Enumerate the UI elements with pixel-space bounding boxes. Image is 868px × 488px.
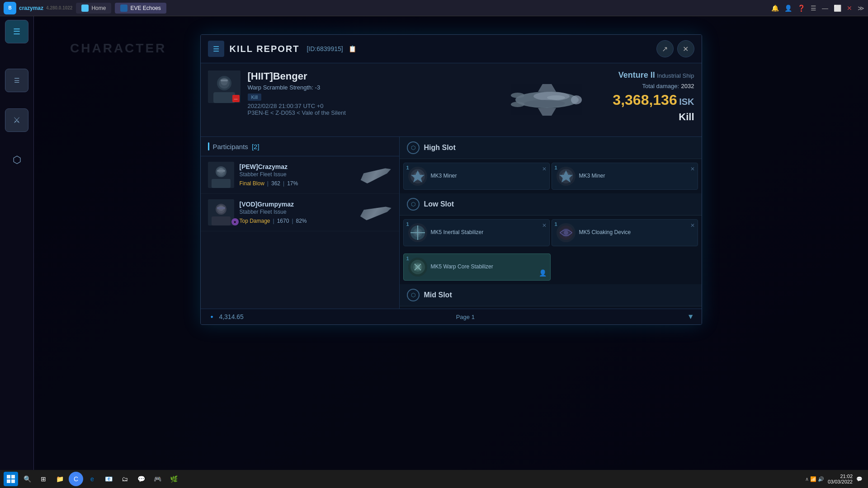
pagination: Page 1: [456, 314, 475, 320]
svg-point-11: [511, 102, 524, 107]
share-button[interactable]: ↗: [656, 40, 674, 57]
ship-svg: [502, 73, 592, 127]
high-slot-1-close[interactable]: ✕: [542, 166, 547, 172]
kill-type-badge: Kill: [248, 94, 262, 101]
low-slot-1-close[interactable]: ✕: [542, 222, 547, 229]
svg-point-9: [571, 95, 582, 104]
low-slot-item-2: 1 MK5 Cloaking Device: [552, 219, 698, 246]
explorer-button[interactable]: 📁: [52, 472, 67, 486]
value-icon: 🔹: [208, 313, 216, 320]
taskbar-time: 21:02 03/03/2022: [828, 474, 853, 484]
warp-core-qty: 1: [406, 256, 409, 261]
modal-overlay: ☰ KILL REPORT [ID:6839915] 📋 ↗ ✕: [34, 16, 868, 488]
chrome-button[interactable]: C: [69, 472, 83, 486]
participant-item: [PEW]Crazymaz Stabber Fleet Issue Final …: [201, 156, 399, 194]
modal-actions: ↗ ✕: [656, 40, 694, 57]
svg-rect-52: [7, 475, 10, 479]
svg-point-14: [547, 95, 565, 100]
faction-button[interactable]: ⬡: [5, 148, 28, 172]
app2-button[interactable]: 🎮: [150, 472, 165, 486]
taskview-button[interactable]: ⊞: [36, 472, 51, 486]
bluestacks-logo: B crazymaz 4.280.0.1022: [4, 2, 72, 14]
stat-separator-3: |: [273, 218, 274, 224]
files-button[interactable]: 🗂: [118, 472, 132, 486]
eve-tab-label[interactable]: EVE Echoes: [130, 5, 160, 11]
kill-report-modal: ☰ KILL REPORT [ID:6839915] 📋 ↗ ✕: [200, 34, 702, 325]
minimize-icon[interactable]: —: [822, 5, 828, 12]
participant-2-svg: [208, 199, 234, 225]
home-tab-label[interactable]: Home: [91, 5, 106, 11]
warp-core-svg: [408, 258, 427, 277]
cloaking-icon: [557, 223, 576, 242]
svg-point-44: [564, 230, 568, 235]
miner-icon-1: [408, 167, 427, 186]
taskbar-left: 🔍 ⊞ 📁 C e 📧 🗂 💬 🎮 🌿: [0, 472, 181, 486]
expand-icon[interactable]: ≫: [858, 5, 864, 12]
participants-count: [2]: [252, 143, 259, 150]
participant-2-percent: 82%: [296, 218, 307, 224]
edge-button[interactable]: e: [85, 472, 99, 486]
mid-slot-items: MK5 Warp Disruptors ∨: [400, 306, 702, 309]
window-controls: 🔔 👤 ❓ ☰ — ⬜ ✕ ≫: [771, 5, 864, 12]
participants-indicator: [208, 142, 209, 150]
low-slot-items-2: 1 MK5 Warp Core Stabilizer: [400, 250, 702, 284]
participant-2-weapon: [356, 202, 392, 223]
participant-1-damage: 362: [271, 180, 280, 187]
eve-tab-icon: [120, 5, 127, 12]
low-slot-2-close[interactable]: ✕: [690, 222, 695, 229]
notification-center[interactable]: 💬: [856, 476, 863, 482]
low-slot-2-icon: [557, 223, 576, 242]
low-slot-1-icon: [408, 223, 427, 242]
notification-icon[interactable]: 🔔: [771, 5, 779, 12]
svg-rect-54: [7, 479, 10, 483]
tab-eve-echoes[interactable]: EVE Echoes: [115, 3, 166, 14]
ship-stats: Venture II Industrial Ship Total damage:…: [604, 70, 694, 129]
app1-button[interactable]: 💬: [134, 472, 148, 486]
low-slot-items-1: 1 MK5 In: [400, 216, 702, 250]
account-icon[interactable]: 👤: [784, 5, 792, 12]
app3-button[interactable]: 🌿: [166, 472, 181, 486]
start-button[interactable]: [4, 472, 18, 486]
warp-core-stabilizer-item[interactable]: 1 MK5 Warp Core Stabilizer: [403, 253, 551, 281]
bluestacks-icon: B: [4, 2, 16, 14]
copy-icon[interactable]: 📋: [349, 45, 356, 52]
participant-avatar-2: [208, 199, 234, 225]
miner-icon-2: [557, 167, 576, 186]
high-slot-1-icon: [408, 167, 427, 186]
kill-time: 2022/02/28 21:00:37 UTC +0: [248, 103, 490, 109]
final-blow-badge: Final Blow: [240, 180, 264, 187]
top-damage-badge: Top Damage: [240, 218, 270, 224]
close-button[interactable]: ✕: [677, 40, 694, 57]
filter-button[interactable]: ▼: [687, 313, 694, 321]
high-slot-2-icon: [557, 167, 576, 186]
total-damage-value: 2032: [681, 83, 694, 89]
high-slot-2-name: MK3 Miner: [579, 173, 605, 180]
participant-1-ship: Stabber Fleet Issue: [240, 171, 356, 178]
help-icon[interactable]: ❓: [797, 5, 805, 12]
menu-button[interactable]: ☰: [5, 20, 28, 43]
modal-menu-button[interactable]: ☰: [208, 41, 224, 57]
warp-core-name: MK5 Warp Core Stabilizer: [431, 263, 493, 271]
high-slot-2-close[interactable]: ✕: [690, 166, 695, 172]
svg-rect-18: [212, 179, 231, 188]
kill-result: Kill: [604, 111, 694, 123]
high-slot-2-qty: 1: [555, 165, 557, 170]
participant-1-svg: [208, 162, 234, 188]
restore-icon[interactable]: ⬜: [834, 5, 841, 12]
character-button[interactable]: ☰: [5, 69, 28, 92]
participant-1-weapon: [356, 165, 392, 185]
participant-item-2: ★ [VOD]Grumpymaz Stabber Fleet Issue Top…: [201, 194, 399, 231]
svg-marker-13: [538, 108, 556, 116]
participants-panel: Participants [2]: [201, 137, 400, 309]
settings-icon[interactable]: ☰: [811, 5, 816, 12]
svg-marker-12: [538, 84, 556, 92]
isk-value: 3,368,136: [613, 92, 677, 108]
stat-separator-1: |: [267, 180, 269, 187]
close-window-icon[interactable]: ✕: [847, 5, 852, 12]
outlook-button[interactable]: 📧: [101, 472, 116, 486]
combat-button[interactable]: ⚔: [5, 108, 28, 132]
svg-point-8: [524, 100, 565, 107]
search-taskbar-button[interactable]: 🔍: [20, 472, 34, 486]
tab-home[interactable]: Home: [76, 3, 111, 14]
total-damage-label: Total damage:: [642, 83, 679, 89]
